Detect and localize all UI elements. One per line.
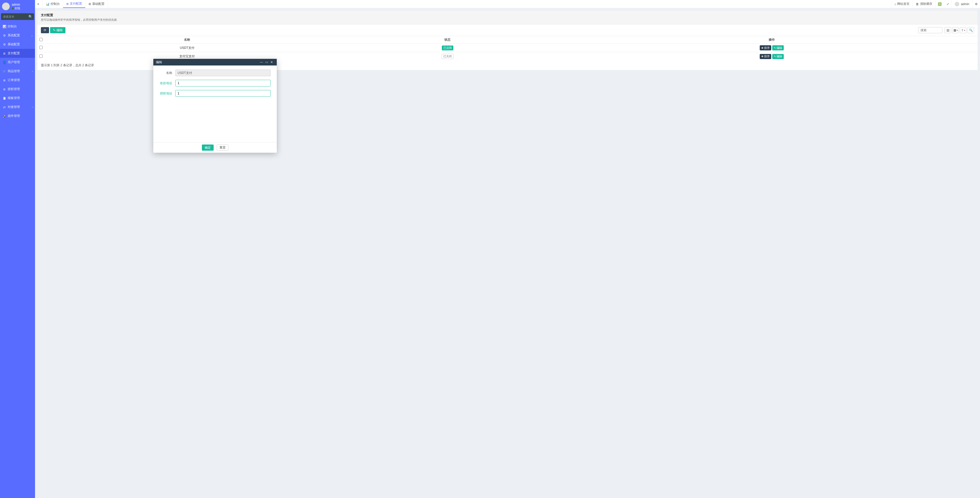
status-badge[interactable]: 已启用 [442,46,453,50]
sidebar-item-2[interactable]: ⚙基础配置 [0,40,35,49]
sidebar-item-label: 支付配置 [8,51,20,56]
toggle-view-button[interactable]: ▤ [945,27,951,33]
sort-icon: ✥ [761,55,763,58]
sidebar-item-label: 用户管理 [8,60,20,64]
sidebar-search-button[interactable]: 🔍 [27,13,34,20]
select-all-checkbox[interactable] [39,38,43,41]
sidebar-item-1[interactable]: ⚙系统配置⌄ [0,31,35,40]
sidebar-item-0[interactable]: 📊控制台 [0,22,35,31]
sidebar-item-4[interactable]: 👤用户管理 [0,58,35,67]
edit-modal: 编辑 — ▭ ✕ 名称 收款地址 授权地址 确定 重置 [153,59,277,72]
export-button[interactable]: ⇪▾ [960,27,966,33]
tab-label: 支付配置 [70,2,82,6]
caret-down-icon: ▾ [957,29,958,32]
modal-minimize-button[interactable]: — [259,61,264,64]
row-edit-button[interactable]: ✎编辑 [772,54,784,59]
cell-action: ✥排序✎编辑 [565,52,978,61]
chevron-left-icon: ‹ [32,70,33,72]
data-table: 名称 状态 操作 USDT支付已启用✥排序✎编辑支付宝支付已关闭✥排序✎编辑 [37,36,978,61]
fullscreen-button[interactable]: ⤢ [944,0,951,8]
th-list-icon: ▤ [947,29,949,32]
toolbar: ⟳ ✎编辑 ▤ ▦▾ ⇪▾ 🔍 [37,24,978,36]
modal-close-button[interactable]: ✕ [269,61,274,64]
refresh-button[interactable]: ⟳ [41,27,49,33]
language-button[interactable]: 🈯 [935,0,944,8]
status-dot-icon [12,7,14,10]
row-checkbox[interactable] [39,46,43,49]
avatar-small [955,2,959,6]
content-head: 支付配置 您可以拖动操作栏中的排序按钮，从而控制用户支付的优先级 [37,11,978,24]
header-settings-button[interactable]: ⚙ [972,0,980,8]
row-edit-label: 编辑 [776,46,782,50]
edit-button[interactable]: ✎编辑 [50,27,65,33]
page-title: 支付配置 [41,13,974,18]
pencil-icon: ✎ [53,29,56,32]
site-home-button[interactable]: ⌂网站首页 [891,0,913,8]
sidebar-toggle-button[interactable]: ≡ [35,0,43,8]
sidebar-item-label: 系统配置 [8,33,20,38]
col-status[interactable]: 状态 [329,36,565,44]
gear-icon: ⚙ [3,43,6,46]
sidebar-search-input[interactable] [1,13,27,20]
header-user-label: admin [961,2,969,6]
tachometer-icon: 📊 [46,2,49,6]
refresh-icon: ⟳ [44,29,46,32]
header-user-button[interactable]: admin [951,0,972,8]
modal-maximize-button[interactable]: ▭ [264,61,269,64]
list-icon: ≣ [66,2,69,6]
caret-down-icon: ▾ [964,29,965,32]
tab-1[interactable]: ≣支付配置 [63,0,85,8]
table-head: 名称 状态 操作 [37,36,978,44]
status-badge[interactable]: 已关闭 [442,54,453,59]
tab-2[interactable]: ⚙基础配置 [85,0,108,8]
row-edit-button[interactable]: ✎编辑 [772,45,784,50]
expand-icon: ⤢ [947,2,949,6]
sidebar-nav: 📊控制台⚙系统配置⌄⚙基础配置≣支付配置👤用户管理🛒商品管理‹≣订单管理≣授权管… [0,22,35,72]
user-status: 在线 [12,6,20,10]
header: ≡ 📊控制台≣支付配置⚙基础配置 ⌂网站首页 🗑清除缓存 🈯 ⤢ admin ⚙ [35,0,980,8]
site-home-label: 网站首页 [897,2,910,6]
user-icon: 👤 [3,61,6,64]
sort-button[interactable]: ✥排序 [760,54,771,59]
tab-label: 控制台 [51,2,60,6]
header-spacer [108,0,891,8]
label-name: 名称 [159,71,172,73]
page-desc: 您可以拖动操作栏中的排序按钮，从而控制用户支付的优先级 [41,18,974,22]
user-info: admin 在线 [12,3,20,10]
bars-icon: ≡ [37,2,39,6]
cog-icon: ⚙ [975,2,978,6]
modal-title: 编辑 [156,60,259,64]
sidebar-item-5[interactable]: 🛒商品管理‹ [0,67,35,72]
gear-icon: ⚙ [88,2,91,6]
col-name[interactable]: 名称 [45,36,329,44]
gear-icon: ⚙ [3,34,6,37]
col-action[interactable]: 操作 [565,36,978,44]
sidebar-item-label: 商品管理 [8,69,20,72]
cart-icon: 🛒 [3,70,6,73]
tab-0[interactable]: 📊控制台 [43,0,63,8]
trash-icon: 🗑 [916,2,919,6]
sort-label: 排序 [764,46,770,50]
sidebar-item-3[interactable]: ≣支付配置 [0,49,35,58]
tab-label: 基础配置 [92,2,105,6]
sort-button[interactable]: ✥排序 [760,45,771,50]
input-name [175,70,270,72]
chevron-down-icon: ⌄ [31,34,33,37]
search-icon: 🔍 [969,29,973,32]
sidebar-item-label: 控制台 [8,24,17,29]
row-checkbox[interactable] [39,54,43,58]
cell-status: 已启用 [329,44,565,52]
close-icon: ✕ [270,61,273,64]
search-toggle-button[interactable]: 🔍 [967,27,974,33]
pencil-icon: ✎ [774,55,776,58]
modal-head[interactable]: 编辑 — ▭ ✕ [153,59,277,65]
columns-button[interactable]: ▦▾ [952,27,959,33]
sort-label: 排序 [764,54,770,58]
modal-body: 名称 收款地址 授权地址 [153,65,277,72]
table-row: USDT支付已启用✥排序✎编辑 [37,44,978,52]
sidebar: admin 在线 🔍 📊控制台⚙系统配置⌄⚙基础配置≣支付配置👤用户管理🛒商品管… [0,0,35,72]
table-search-input[interactable] [918,27,942,33]
clear-cache-button[interactable]: 🗑清除缓存 [913,0,935,8]
avatar[interactable] [2,3,10,10]
sidebar-item-label: 基础配置 [8,42,20,46]
